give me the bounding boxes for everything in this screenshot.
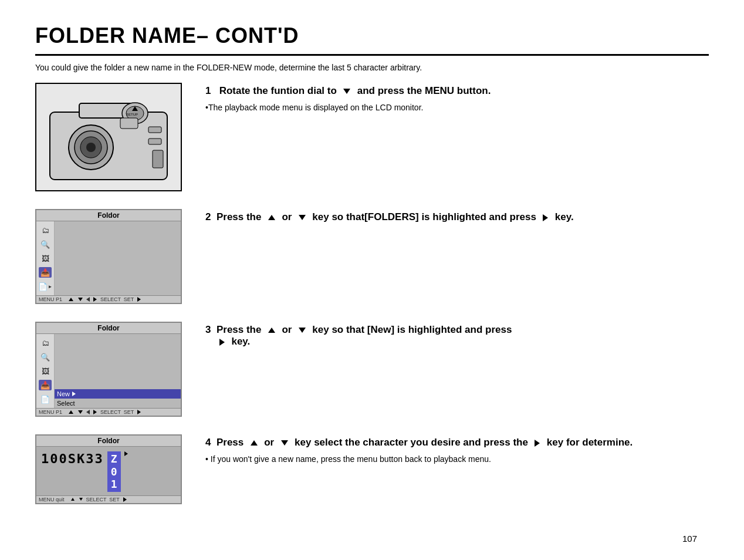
char-footer-select: SELECT SET [86, 497, 120, 502]
menu-footer-text-2: MENU P1 [39, 409, 65, 415]
footer-tri-up-1 [69, 298, 73, 301]
step-2-number: 2 [205, 211, 214, 222]
step-4-image: Foldor 100SK33 Z 0 1 [35, 434, 188, 504]
step-1-image: SETUP [35, 83, 188, 191]
char-arrow-indicator [124, 451, 128, 456]
step-4-tri-right [535, 440, 540, 447]
char-body: 100SK33 Z 0 1 [36, 447, 181, 495]
menu-footer-2: MENU P1 SELECT SET [36, 408, 181, 416]
step-2-post: key so that[FOLDERS] is highlighted and … [310, 211, 539, 222]
icon-file-2: 📄 [39, 394, 52, 404]
step-1-number: 1 [205, 85, 217, 96]
step-3-tri-down [299, 328, 306, 333]
char-top: Z [111, 453, 117, 465]
step-4-or: or [261, 437, 276, 448]
step-4-tri-down [281, 440, 288, 446]
step-4-text: 4 Press or key select the character you … [205, 434, 709, 465]
step-3-row: Foldor 🗂 🔍 🖼 📥 📄 New [35, 322, 709, 417]
menu-content-2: New Select [55, 334, 181, 408]
char-footer-menu: MENU quit [39, 497, 67, 502]
step-2-text: 2 Press the or key so that[FOLDERS] is h… [205, 209, 709, 228]
intro-text: You could give the folder a new name in … [35, 63, 709, 72]
char-title: Foldor [36, 436, 181, 447]
icon-image-2: 🖼 [39, 366, 52, 376]
camera-illustration: SETUP [35, 83, 182, 191]
menu-icons-2: 🗂 🔍 🖼 📥 📄 [36, 334, 55, 408]
menu-item-select: Select [55, 399, 181, 408]
step-2-heading: 2 Press the or key so that[FOLDERS] is h… [205, 211, 709, 223]
char-screen: Foldor 100SK33 Z 0 1 [35, 434, 182, 504]
step-4-post: key select the character you desire and … [292, 437, 530, 448]
menu-item-new-label: New [57, 390, 70, 397]
menu-item-select-label: Select [57, 400, 75, 407]
footer-tri-left-1 [86, 297, 90, 302]
menu-screen-1: Foldor 🗂 🔍 🖼 📥 📄 ► [35, 209, 182, 304]
footer-set-tri-1 [137, 297, 141, 302]
step-4-pre: Press [217, 437, 246, 448]
step-4-row: Foldor 100SK33 Z 0 1 [35, 434, 709, 504]
footer-tri-down-1 [78, 298, 83, 301]
char-selector-box: Z 0 1 [107, 451, 121, 492]
step-3-heading: 3 Press the or key so that [New] is high… [205, 324, 709, 348]
step-3-tri-up [268, 328, 275, 333]
svg-rect-12 [120, 118, 138, 129]
svg-rect-10 [148, 127, 161, 133]
menu-item-new-arrow [72, 392, 76, 396]
step-2-end: key. [552, 211, 574, 222]
footer-tri-down-2 [78, 410, 83, 414]
svg-rect-13 [153, 150, 163, 168]
step-3-number: 3 [205, 324, 214, 335]
page-title: FOLDER NAME– CONT'D [35, 23, 709, 56]
svg-point-5 [86, 143, 96, 152]
footer-tri-right-2 [93, 410, 97, 414]
menu-content-1 [55, 221, 181, 295]
menu-body-2: 🗂 🔍 🖼 📥 📄 New Select [36, 334, 181, 408]
step-2-tri-down [299, 215, 306, 220]
step-3-post: key so that [New] is highlighted and pre… [310, 324, 512, 335]
menu-title-1: Foldor [36, 210, 181, 221]
icon-image: 🖼 [39, 253, 52, 264]
footer-select-1: SELECT SET [100, 296, 134, 302]
page-number: 107 [35, 534, 709, 544]
step-1-row: SETUP 1 Rotate the funtion dial to [35, 83, 709, 191]
footer-tri-down-4 [79, 498, 83, 501]
menu-item-new: New [55, 389, 181, 399]
char-mid: 0 [111, 465, 117, 478]
footer-tri-up-4 [71, 498, 75, 501]
step-1-text: 1 Rotate the funtion dial to and press t… [205, 83, 709, 114]
footer-tri-left-2 [86, 410, 90, 414]
footer-set-tri-2 [137, 410, 141, 414]
step-4-tri-up [251, 440, 258, 446]
step-3-tri-right [219, 339, 225, 346]
footer-tri-right-1 [93, 297, 97, 302]
menu-title-2: Foldor [36, 323, 181, 334]
step-3-or: or [279, 324, 295, 335]
icon-folder-selected-2: 📥 [39, 380, 52, 390]
icon-folder-2: 🗂 [39, 338, 52, 348]
step-3-pre: Press the [217, 324, 264, 335]
step-2-tri-up [268, 215, 275, 220]
icon-folder-selected: 📥 [39, 267, 52, 278]
icon-folder: 🗂 [39, 225, 52, 235]
menu-footer-text-1: MENU P1 [39, 296, 65, 302]
step-2-row: Foldor 🗂 🔍 🖼 📥 📄 ► [35, 209, 709, 304]
icon-search: 🔍 [39, 239, 52, 249]
step-1-heading-post: and press the MENU button. [354, 85, 491, 96]
content-grid: SETUP 1 Rotate the funtion dial to [35, 83, 709, 522]
step-4-heading: 4 Press or key select the character you … [205, 437, 709, 448]
step-3-end: key. [229, 336, 251, 347]
char-bot: 1 [111, 478, 117, 491]
menu-screen-2: Foldor 🗂 🔍 🖼 📥 📄 New [35, 322, 182, 417]
menu-footer-1: MENU P1 SELECT SET [36, 295, 181, 303]
menu-icons-1: 🗂 🔍 🖼 📥 📄 ► [36, 221, 55, 295]
step-2-pre: Press the [217, 211, 264, 222]
step-4-desc: • If you won't give a new name, press th… [205, 453, 709, 465]
footer-tri-up-2 [69, 410, 73, 414]
step-2-tri-right [543, 214, 548, 221]
step-3-image: Foldor 🗂 🔍 🖼 📥 📄 New [35, 322, 188, 417]
step-1-heading-pre: Rotate the funtion dial to [219, 85, 340, 96]
svg-text:SETUP: SETUP [126, 113, 138, 116]
icon-file: 📄 ► [39, 281, 52, 292]
char-string-text: 100SK33 [41, 451, 104, 467]
menu-body-1: 🗂 🔍 🖼 📥 📄 ► [36, 221, 181, 295]
